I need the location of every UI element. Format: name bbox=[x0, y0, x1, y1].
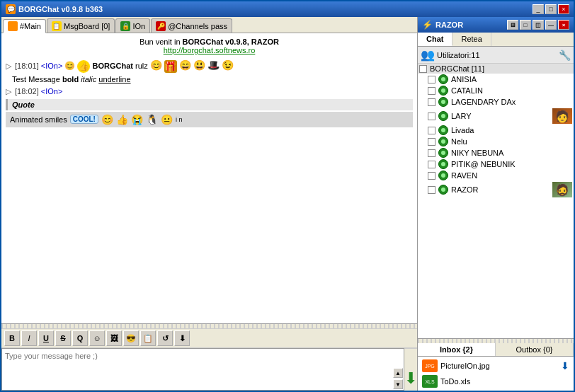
users-header: 👥 Utilizatori:11 🔧 bbox=[418, 47, 574, 64]
right-tabs: Chat Retea bbox=[418, 33, 574, 47]
right-btn1[interactable]: ⊞ bbox=[507, 20, 518, 30]
users-count-icon: 👥 bbox=[421, 48, 435, 62]
right-title-controls: ⊞ □ ◫ — × bbox=[507, 20, 569, 30]
file-pictureion[interactable]: JPG PictureIOn.jpg ⬇ bbox=[419, 358, 572, 374]
user-raven[interactable]: RAVEN bbox=[418, 170, 574, 181]
emoji-wink: 😉 bbox=[222, 59, 234, 71]
scroll-down-button[interactable]: ⬇ bbox=[174, 330, 190, 346]
minimize-button[interactable]: _ bbox=[533, 4, 544, 14]
users-panel[interactable]: 👥 Utilizatori:11 🔧 BORGChat [11] bbox=[418, 47, 574, 339]
inbox-outbox-tabs: Inbox {2} Outbox {0} bbox=[418, 343, 574, 357]
clipboard-button[interactable]: 📋 bbox=[140, 330, 156, 346]
maximize-button[interactable]: □ bbox=[545, 4, 557, 14]
add-user-icon[interactable]: 🔧 bbox=[559, 50, 571, 61]
emoticon-button[interactable]: 😎 bbox=[123, 330, 139, 346]
msg2-underline: underline bbox=[98, 75, 130, 83]
user-nelu-checkbox[interactable] bbox=[428, 138, 435, 146]
msg1-borg: BORGChat bbox=[93, 62, 133, 70]
user-lary-checkbox[interactable] bbox=[428, 113, 435, 120]
tab-main[interactable]: #Main bbox=[3, 19, 46, 33]
tab-retea[interactable]: Retea bbox=[452, 33, 491, 46]
user-lagendary[interactable]: LAGENDARY DAx bbox=[418, 96, 574, 108]
chat-message-3: ▷ [18:02] <IOn> bbox=[6, 86, 413, 97]
refresh-button[interactable]: ↺ bbox=[157, 330, 173, 346]
italic-button[interactable]: I bbox=[21, 330, 37, 346]
user-lary[interactable]: LARY 🧑 bbox=[418, 108, 574, 125]
chat-message-2: Test Message bold italic underline bbox=[6, 74, 413, 85]
close-button[interactable]: × bbox=[558, 4, 569, 14]
smiley-icon: 😊 bbox=[64, 61, 75, 71]
right-btn3[interactable]: ◫ bbox=[533, 20, 544, 30]
tab-channels[interactable]: 🔑 @Channels pass bbox=[151, 18, 232, 33]
format-toolbar: B I U S Q ☺ 🖼 😎 📋 ↺ ⬇ bbox=[1, 328, 417, 348]
right-title-bar: ⚡ RAZOR ⊞ □ ◫ — × bbox=[418, 17, 574, 33]
msg1-text: 😊 👍 BORGChat rulz 😊 🎁 😄 😃 🎩 😉 bbox=[64, 62, 234, 70]
bold-button[interactable]: B bbox=[4, 330, 20, 346]
welcome-link[interactable]: http://borgchat.softnews.ro bbox=[164, 46, 256, 54]
anim-emoji2: 👍 bbox=[116, 114, 128, 125]
right-title-left: ⚡ RAZOR bbox=[422, 20, 463, 30]
anim-emoji3: 😭 bbox=[131, 114, 143, 125]
tab-msgboard[interactable]: 📋 MsgBoard [0] bbox=[47, 18, 115, 33]
user-catalin-checkbox[interactable] bbox=[428, 87, 435, 95]
user-anisia[interactable]: ANISIA bbox=[418, 74, 574, 85]
smiley-button[interactable]: ☺ bbox=[89, 330, 105, 346]
user-nelu-status bbox=[438, 137, 448, 146]
emoji-gift: 🎁 bbox=[164, 60, 177, 73]
user-catalin[interactable]: CATALIN bbox=[418, 85, 574, 96]
user-catalin-name: CATALIN bbox=[451, 86, 572, 95]
group-name: BORGChat [11] bbox=[430, 64, 484, 73]
title-bar: 💬 BORGChat v0.9.8 b363 _ □ × bbox=[1, 1, 574, 17]
quote-label: Quote bbox=[12, 100, 35, 109]
right-close-btn[interactable]: × bbox=[558, 20, 569, 30]
inbox-tab[interactable]: Inbox {2} bbox=[418, 343, 496, 356]
quote-button[interactable]: Q bbox=[72, 330, 88, 346]
tab-msgboard-label: MsgBoard [0] bbox=[64, 22, 110, 30]
user-niky-status bbox=[438, 148, 448, 158]
group-checkbox[interactable] bbox=[419, 65, 427, 73]
user-livada[interactable]: Livada bbox=[418, 125, 574, 136]
user-razor[interactable]: RAZOR 🧔 bbox=[418, 181, 574, 198]
user-pitik-checkbox[interactable] bbox=[428, 161, 435, 168]
anim-emoji1: 😊 bbox=[101, 114, 113, 125]
user-niky[interactable]: NIKY NEBUNA bbox=[418, 147, 574, 158]
send-button[interactable]: ⬇ bbox=[404, 369, 417, 388]
user-raven-name: RAVEN bbox=[451, 171, 572, 180]
right-btn2[interactable]: □ bbox=[520, 20, 531, 30]
scroll-up-btn[interactable]: ▲ bbox=[393, 368, 403, 378]
tab-chat[interactable]: Chat bbox=[418, 33, 452, 46]
user-anisia-checkbox[interactable] bbox=[428, 76, 435, 83]
animated-smiles-row: Animated smiles COOL! 😊 👍 😭 🐧 😐 i n bbox=[6, 112, 413, 127]
strikethrough-button[interactable]: S bbox=[55, 330, 71, 346]
user-niky-checkbox[interactable] bbox=[428, 149, 435, 157]
download-icon[interactable]: ⬇ bbox=[561, 360, 569, 371]
tab-main-icon bbox=[8, 21, 18, 31]
left-panel: #Main 📋 MsgBoard [0] 🔒 IOn 🔑 @Channels p… bbox=[1, 17, 418, 391]
file-todo[interactable]: XLS ToDo.xls bbox=[419, 374, 572, 389]
user-raven-checkbox[interactable] bbox=[428, 172, 435, 180]
message-area: ▲ ▼ ⬇ bbox=[1, 348, 417, 391]
message-input[interactable] bbox=[1, 348, 404, 391]
outbox-tab[interactable]: Outbox {0} bbox=[496, 343, 574, 356]
user-lary-avatar: 🧑 bbox=[552, 108, 572, 124]
underline-button[interactable]: U bbox=[38, 330, 54, 346]
scroll-down-btn[interactable]: ▼ bbox=[393, 379, 403, 389]
user-pitik[interactable]: PITIK@ NEBUNIK bbox=[418, 158, 574, 170]
user-group: BORGChat [11] ANISIA CATALIN bbox=[418, 64, 574, 198]
chat-area[interactable]: Bun venit in BORGChat v0.9.8, RAZOR http… bbox=[1, 33, 417, 324]
group-borgchat[interactable]: BORGChat [11] bbox=[418, 64, 574, 74]
users-count-label: Utilizatori:11 bbox=[437, 51, 480, 59]
user-nelu[interactable]: Nelu bbox=[418, 136, 574, 147]
arrow2-icon: ▷ bbox=[6, 87, 11, 96]
user-livada-name: Livada bbox=[451, 126, 572, 134]
user-lagendary-checkbox[interactable] bbox=[428, 98, 435, 106]
emoji-smile1: 😊 bbox=[150, 59, 162, 71]
image-button[interactable]: 🖼 bbox=[106, 330, 122, 346]
right-btn4[interactable]: — bbox=[545, 20, 557, 30]
tab-ion[interactable]: 🔒 IOn bbox=[115, 18, 150, 33]
welcome-message: Bun venit in BORGChat v0.9.8, RAZOR http… bbox=[6, 38, 413, 54]
inbox-label: Inbox {2} bbox=[440, 345, 473, 354]
user-razor-checkbox[interactable] bbox=[428, 186, 435, 194]
anim-emoji5: 😐 bbox=[161, 114, 173, 125]
user-livada-checkbox[interactable] bbox=[428, 127, 435, 134]
